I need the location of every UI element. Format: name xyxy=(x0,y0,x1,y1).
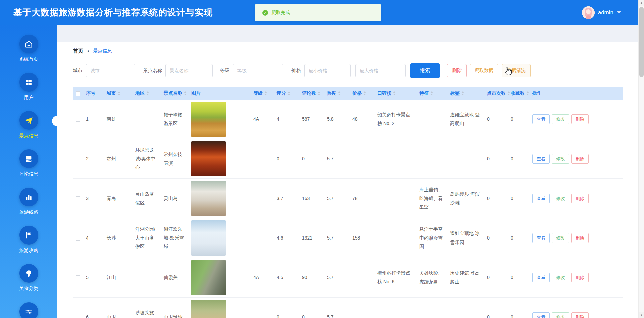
island-village-photo xyxy=(191,181,226,216)
delete-row-button[interactable]: 删除 xyxy=(571,233,589,243)
sidebar-item-more[interactable] xyxy=(0,302,57,318)
city-input[interactable] xyxy=(86,64,135,77)
column-header-score[interactable]: 评分 xyxy=(274,87,299,100)
scroll-up-arrow[interactable]: ▲ xyxy=(639,0,644,6)
view-row-button[interactable]: 查看 xyxy=(532,114,550,124)
cell-tags: 遛娃宝藏地 登高爬山 xyxy=(447,100,484,139)
edit-row-button[interactable]: 修改 xyxy=(552,312,569,318)
cell-checkbox xyxy=(73,218,83,258)
column-header-comments[interactable]: 评论数 xyxy=(299,87,324,100)
sidebar-item-label: 旅游线路 xyxy=(19,209,38,215)
cell-score: 0 xyxy=(274,139,299,179)
column-header-name[interactable]: 景点名称 xyxy=(161,87,189,100)
cell-heat: 5.7 xyxy=(324,179,350,218)
sort-caret-icon[interactable] xyxy=(288,91,290,95)
sidebar-item-travel-routes[interactable]: 旅游线路 xyxy=(0,188,57,226)
view-row-button[interactable]: 查看 xyxy=(532,273,550,282)
breadcrumb-current[interactable]: 景点信息 xyxy=(93,48,112,54)
cell-heat: 5.7 xyxy=(324,298,350,318)
avatar[interactable] xyxy=(582,6,595,19)
delete-button[interactable]: 删除 xyxy=(447,64,467,77)
scroll-down-arrow[interactable]: ▼ xyxy=(639,312,644,318)
view-row-button[interactable]: 查看 xyxy=(532,194,550,203)
sort-caret-icon[interactable] xyxy=(363,91,366,95)
cell-rank: 衢州必打卡景点榜 No. 6 xyxy=(375,258,417,298)
view-row-button[interactable]: 查看 xyxy=(532,154,550,164)
row-checkbox[interactable] xyxy=(76,236,80,241)
delete-row-button[interactable]: 删除 xyxy=(571,154,589,164)
column-header-heat[interactable]: 热度 xyxy=(324,87,350,100)
sort-caret-icon[interactable] xyxy=(146,91,149,95)
crawl-data-button[interactable]: 爬取数据 xyxy=(470,64,498,77)
delete-row-button[interactable]: 删除 xyxy=(571,273,589,282)
cell-score: 4.5 xyxy=(274,258,299,298)
column-header-feature[interactable]: 特征 xyxy=(417,87,447,100)
column-header-price[interactable]: 价格 xyxy=(350,87,375,100)
column-label: 口碑榜 xyxy=(377,90,391,96)
search-button[interactable]: 搜索 xyxy=(410,63,440,78)
sidebar-item-travel-guides[interactable]: 旅游攻略 xyxy=(0,226,57,264)
scenic-name-input[interactable] xyxy=(165,64,213,77)
sort-caret-icon[interactable] xyxy=(507,91,510,95)
edit-row-button[interactable]: 修改 xyxy=(552,273,569,282)
column-header-district[interactable]: 地区 xyxy=(132,87,161,100)
column-header-clicks[interactable]: 点击次数 xyxy=(484,87,508,100)
row-checkbox[interactable] xyxy=(76,315,80,318)
clean-data-button[interactable]: 数据清洗 xyxy=(502,64,531,77)
min-price-input[interactable] xyxy=(304,64,351,77)
sidebar-item-food-category[interactable]: 美食分类 xyxy=(0,264,57,302)
cell-rank xyxy=(375,218,417,258)
sort-caret-icon[interactable] xyxy=(184,91,187,95)
view-row-button[interactable]: 查看 xyxy=(532,312,550,318)
delete-row-button[interactable]: 删除 xyxy=(571,194,589,203)
view-row-button[interactable]: 查看 xyxy=(532,233,550,243)
sidebar-item-users[interactable]: 用户 xyxy=(0,73,57,111)
sort-caret-icon[interactable] xyxy=(118,91,120,95)
column-header-city[interactable]: 城市 xyxy=(104,87,132,100)
column-header-level[interactable]: 等级 xyxy=(251,87,274,100)
max-price-input[interactable] xyxy=(355,64,406,77)
sort-caret-icon[interactable] xyxy=(461,91,464,95)
sort-caret-icon[interactable] xyxy=(393,91,396,95)
sidebar-item-home[interactable]: 系统首页 xyxy=(0,35,57,73)
column-header-tags[interactable]: 标签 xyxy=(447,87,484,100)
sidebar-item-comment-info[interactable]: 评论信息 xyxy=(0,149,57,188)
row-checkbox[interactable] xyxy=(76,157,80,161)
cell-clicks: 0 xyxy=(484,139,508,179)
sidebar-item-label: 评论信息 xyxy=(19,171,38,177)
user-menu[interactable]: admin xyxy=(582,0,621,25)
row-checkbox[interactable] xyxy=(76,275,80,280)
sort-caret-icon[interactable] xyxy=(430,91,433,95)
table-header-row: 序号城市地区景点名称图片等级评分评论数热度价格口碑榜特征标签点击次数收藏数操作 xyxy=(73,87,623,100)
select-all-checkbox[interactable] xyxy=(76,91,80,96)
scrollbar-thumb[interactable] xyxy=(639,7,644,77)
cell-tags xyxy=(447,139,484,179)
delete-row-button[interactable]: 删除 xyxy=(571,114,589,124)
sidebar-item-scenic-info[interactable]: 景点信息 xyxy=(0,111,57,149)
cell-name: 灵山岛 xyxy=(161,179,189,218)
sort-caret-icon[interactable] xyxy=(318,91,320,95)
row-checkbox[interactable] xyxy=(76,196,80,201)
breadcrumb-home[interactable]: 首页 xyxy=(73,48,83,54)
edit-row-button[interactable]: 修改 xyxy=(552,233,569,243)
edit-row-button[interactable]: 修改 xyxy=(552,114,569,124)
sort-caret-icon[interactable] xyxy=(338,91,341,95)
sort-caret-icon[interactable] xyxy=(264,91,267,95)
cell-feature xyxy=(417,100,447,139)
column-header-favs[interactable]: 收藏数 xyxy=(508,87,530,100)
edit-row-button[interactable]: 修改 xyxy=(552,194,569,203)
page-scrollbar[interactable]: ▲ ▼ xyxy=(638,0,644,318)
sort-caret-icon[interactable] xyxy=(526,91,529,95)
level-input[interactable] xyxy=(233,64,283,77)
table-row: 3青岛灵山岛度假区灵山岛3.71635.778海上垂钓、吃海鲜、看星空岛屿漫步 … xyxy=(73,179,623,218)
ancient-pass-wall-photo xyxy=(191,260,226,295)
cell-level xyxy=(251,179,274,218)
price-label: 价格 xyxy=(291,68,301,74)
column-header-rank[interactable]: 口碑榜 xyxy=(375,87,417,100)
edit-row-button[interactable]: 修改 xyxy=(552,154,569,164)
sidebar-item-label: 旅游攻略 xyxy=(19,248,38,254)
delete-row-button[interactable]: 删除 xyxy=(571,312,589,318)
column-label: 等级 xyxy=(253,90,263,96)
table-row: 2常州环球恐龙城/奥体中心常州杂技表演005.700查看修改删除 xyxy=(73,139,623,179)
row-checkbox[interactable] xyxy=(76,117,80,122)
